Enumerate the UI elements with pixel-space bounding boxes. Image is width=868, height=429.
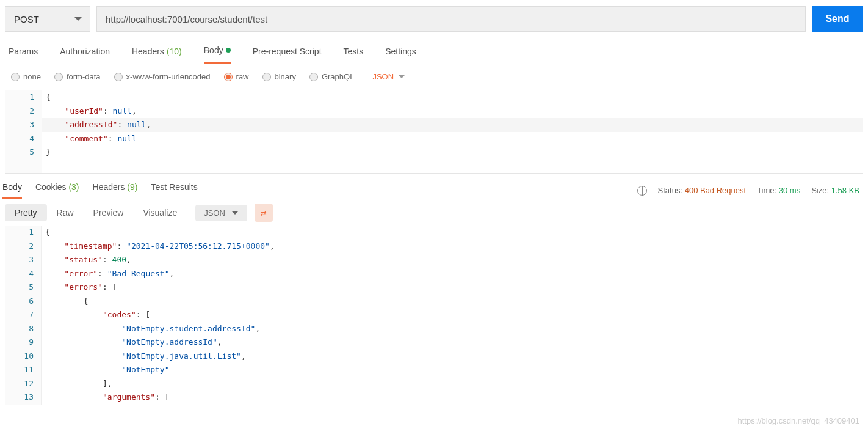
response-meta: Status: 400 Bad Request Time: 30 ms Size… (637, 186, 859, 196)
tab-body[interactable]: Body (204, 45, 231, 64)
body-opt-graphql[interactable]: GraphQL (309, 72, 354, 81)
response-view-selectors: Pretty Raw Preview Visualize JSON ⇄ (0, 199, 868, 224)
size-value: 1.58 KB (831, 186, 859, 195)
view-preview[interactable]: Preview (84, 204, 134, 221)
chevron-down-icon (74, 17, 82, 21)
tab-headers[interactable]: Headers (10) (132, 45, 182, 64)
response-language-select[interactable]: JSON (195, 205, 247, 221)
body-opt-none[interactable]: none (11, 72, 41, 81)
resp-tab-test-results[interactable]: Test Results (151, 182, 197, 199)
resp-tab-headers[interactable]: Headers (9) (93, 182, 138, 199)
modified-dot-icon (226, 48, 231, 53)
tab-authorization[interactable]: Authorization (60, 45, 110, 64)
url-value: http://localhost:7001/course/student/tes… (106, 14, 267, 24)
body-opt-raw[interactable]: raw (224, 72, 249, 81)
chevron-down-icon (399, 75, 405, 78)
http-method-select[interactable]: POST (5, 6, 90, 32)
response-body-viewer[interactable]: 1{ 2 "timestamp": "2021-04-22T05:56:12.7… (5, 226, 863, 405)
view-pretty[interactable]: Pretty (5, 204, 47, 221)
request-tabs: Params Authorization Headers (10) Body P… (0, 38, 868, 65)
globe-icon[interactable] (637, 186, 647, 196)
body-opt-urlencoded[interactable]: x-www-form-urlencoded (114, 72, 211, 81)
time-value: 30 ms (779, 186, 800, 195)
http-method-label: POST (14, 14, 39, 24)
status-value: 400 Bad Request (685, 186, 746, 195)
view-visualize[interactable]: Visualize (133, 204, 187, 221)
url-input[interactable]: http://localhost:7001/course/student/tes… (96, 6, 806, 32)
tab-tests[interactable]: Tests (344, 45, 364, 64)
send-button[interactable]: Send (812, 6, 863, 32)
tab-params[interactable]: Params (9, 45, 38, 64)
view-raw[interactable]: Raw (47, 204, 84, 221)
body-opt-form-data[interactable]: form-data (54, 72, 101, 81)
tab-settings[interactable]: Settings (385, 45, 416, 64)
tab-pre-request-script[interactable]: Pre-request Script (253, 45, 322, 64)
resp-tab-cookies[interactable]: Cookies (3) (35, 182, 79, 199)
body-type-options: none form-data x-www-form-urlencoded raw… (0, 65, 868, 89)
line-wrap-icon[interactable]: ⇄ (255, 204, 273, 222)
response-tabs: Body Cookies (3) Headers (9) Test Result… (2, 182, 198, 199)
chevron-down-icon (231, 211, 239, 215)
request-body-editor[interactable]: 1{ 2 "userId": null, 3 "addressId": null… (5, 90, 863, 174)
body-language-select[interactable]: JSON (372, 72, 405, 81)
resp-tab-body[interactable]: Body (2, 182, 22, 199)
body-opt-binary[interactable]: binary (262, 72, 296, 81)
